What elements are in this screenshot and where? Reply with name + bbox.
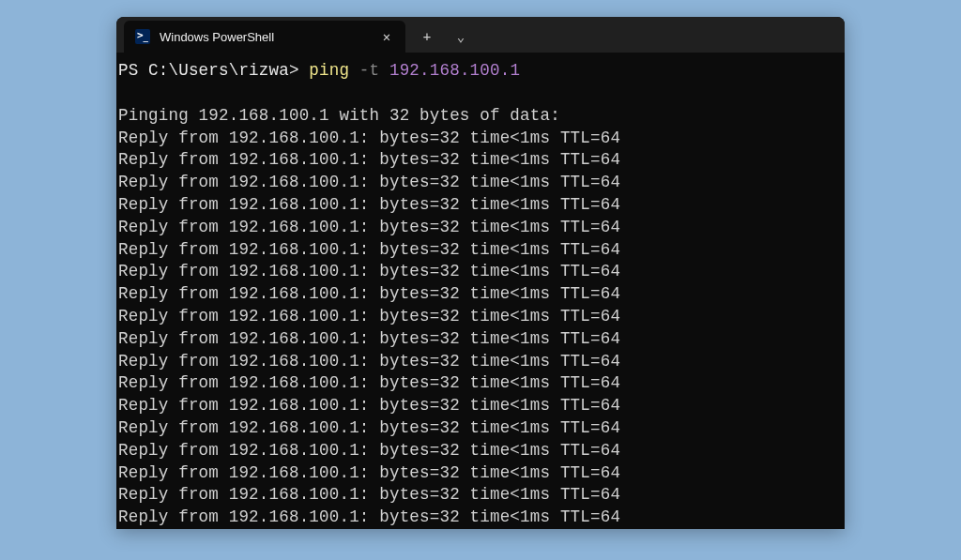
ping-reply-line: Reply from 192.168.100.1: bytes=32 time<… [118,261,843,283]
ping-reply-line: Reply from 192.168.100.1: bytes=32 time<… [118,462,843,485]
ping-reply-line: Reply from 192.168.100.1: bytes=32 time<… [118,194,843,217]
ping-reply-line: Reply from 192.168.100.1: bytes=32 time<… [118,440,843,462]
ping-reply-line: Reply from 192.168.100.1: bytes=32 time<… [118,484,843,507]
ping-reply-line: Reply from 192.168.100.1: bytes=32 time<… [118,351,843,373]
ping-reply-line: Reply from 192.168.100.1: bytes=32 time<… [118,328,843,351]
ping-reply-line: Reply from 192.168.100.1: bytes=32 time<… [118,417,843,440]
ping-reply-line: Reply from 192.168.100.1: bytes=32 time<… [118,172,843,194]
prompt-line: PS C:\Users\rizwa> ping -t 192.168.100.1 [118,60,843,83]
ping-replies: Reply from 192.168.100.1: bytes=32 time<… [118,128,843,529]
ping-reply-line: Reply from 192.168.100.1: bytes=32 time<… [118,372,843,395]
ping-reply-line: Reply from 192.168.100.1: bytes=32 time<… [118,149,843,172]
ping-header: Pinging 192.168.100.1 with 32 bytes of d… [118,105,843,128]
ping-reply-line: Reply from 192.168.100.1: bytes=32 time<… [118,128,843,150]
ping-reply-line: Reply from 192.168.100.1: bytes=32 time<… [118,507,843,529]
blank-line [118,83,843,105]
new-tab-button[interactable]: + [411,23,443,50]
command-arg: 192.168.100.1 [389,61,520,80]
tab-powershell[interactable]: Windows PowerShell ✕ [124,21,405,53]
terminal-content[interactable]: PS C:\Users\rizwa> ping -t 192.168.100.1… [116,53,845,529]
command-flag: -t [349,61,389,80]
ping-reply-line: Reply from 192.168.100.1: bytes=32 time<… [118,217,843,239]
prompt-path: PS C:\Users\rizwa> [118,61,309,80]
tab-title: Windows PowerShell [160,30,368,44]
ping-reply-line: Reply from 192.168.100.1: bytes=32 time<… [118,283,843,306]
ping-reply-line: Reply from 192.168.100.1: bytes=32 time<… [118,306,843,328]
tab-actions: + ⌄ [405,21,482,53]
title-bar: Windows PowerShell ✕ + ⌄ [116,17,845,53]
command-name: ping [309,61,349,80]
terminal-window: Windows PowerShell ✕ + ⌄ PS C:\Users\riz… [116,17,845,529]
powershell-icon [135,29,150,44]
tab-dropdown-button[interactable]: ⌄ [445,23,477,50]
tab-close-button[interactable]: ✕ [377,27,396,46]
ping-reply-line: Reply from 192.168.100.1: bytes=32 time<… [118,395,843,417]
ping-reply-line: Reply from 192.168.100.1: bytes=32 time<… [118,239,843,262]
